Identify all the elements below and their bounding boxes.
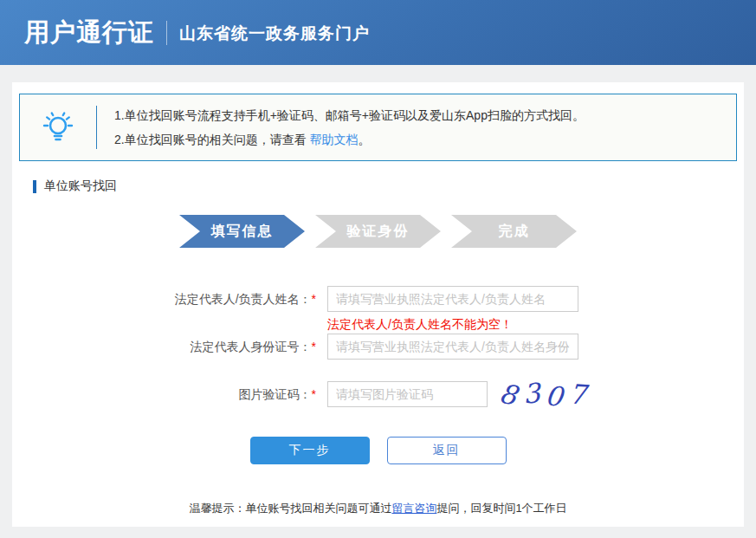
portal-subtitle: 山东省统一政务服务门户: [179, 20, 370, 45]
header-divider: [166, 21, 167, 45]
id-number-label: 法定代表人身份证号：*: [12, 334, 316, 360]
notice-line-2-text: 2.单位找回账号的相关问题，请查看: [114, 133, 310, 146]
id-number-label-text: 法定代表人身份证号：: [191, 340, 312, 353]
next-step-button[interactable]: 下一步: [250, 437, 370, 464]
form-row-legal-name: 法定代表人/负责人姓名：* 法定代表人/负责人姓名不能为空！: [12, 286, 744, 334]
form-row-id-number: 法定代表人身份证号：*: [12, 334, 744, 360]
legal-name-label: 法定代表人/负责人姓名：*: [12, 286, 316, 312]
notice-line-2-period: 。: [359, 133, 371, 146]
legal-name-input[interactable]: [327, 286, 578, 312]
footer-tip-suffix: 提问，回复时间1个工作日: [436, 502, 566, 515]
captcha-image[interactable]: 8307: [500, 381, 586, 407]
footer-tip-prefix: 温馨提示：单位账号找回相关问题可通过: [189, 502, 391, 515]
id-number-input[interactable]: [327, 334, 578, 360]
message-consult-link[interactable]: 留言咨询: [391, 502, 436, 515]
recover-form: 法定代表人/负责人姓名：* 法定代表人/负责人姓名不能为空！ 法定代表人身份证号…: [12, 286, 744, 516]
step-verify-identity: 验证身份: [315, 215, 441, 248]
notice-text: 1.单位找回账号流程支持手机+验证码、邮箱号+验证码以及爱山东App扫脸的方式找…: [97, 103, 585, 152]
form-row-captcha: 图片验证码：* 8307: [12, 381, 744, 407]
main-card: 1.单位找回账号流程支持手机+验证码、邮箱号+验证码以及爱山东App扫脸的方式找…: [12, 82, 744, 527]
legal-name-error: 法定代表人/负责人姓名不能为空！: [327, 314, 578, 334]
captcha-label: 图片验证码：*: [12, 381, 316, 407]
footer-tip: 温馨提示：单位账号找回相关问题可通过留言咨询提问，回复时间1个工作日: [12, 501, 744, 516]
captcha-field-wrap: 8307: [316, 381, 586, 407]
help-doc-link[interactable]: 帮助文档: [310, 133, 359, 146]
captcha-input[interactable]: [327, 381, 488, 407]
notice-line-1: 1.单位找回账号流程支持手机+验证码、邮箱号+验证码以及爱山东App扫脸的方式找…: [114, 103, 585, 127]
legal-name-label-text: 法定代表人/负责人姓名：: [175, 292, 312, 306]
lightbulb-icon: [20, 107, 96, 148]
notice-line-2: 2.单位找回账号的相关问题，请查看 帮助文档。: [114, 127, 585, 152]
step-complete: 完成: [451, 215, 577, 248]
header: 用户通行证 山东省统一政务服务门户: [0, 0, 756, 65]
notice-box: 1.单位找回账号流程支持手机+验证码、邮箱号+验证码以及爱山东App扫脸的方式找…: [19, 94, 737, 161]
legal-name-field-wrap: 法定代表人/负责人姓名不能为空！: [316, 286, 578, 334]
form-buttons: 下一步 返回: [12, 437, 744, 464]
step-fill-info: 填写信息: [179, 215, 305, 248]
back-button[interactable]: 返回: [387, 437, 507, 464]
required-asterisk: *: [312, 340, 316, 353]
step-indicator: 填写信息 验证身份 完成: [12, 215, 744, 248]
app-title: 用户通行证: [24, 16, 154, 50]
captcha-label-text: 图片验证码：: [239, 387, 312, 401]
section-title: 单位账号找回: [33, 178, 744, 194]
section-title-bar: [33, 180, 36, 193]
section-title-label: 单位账号找回: [44, 178, 117, 194]
